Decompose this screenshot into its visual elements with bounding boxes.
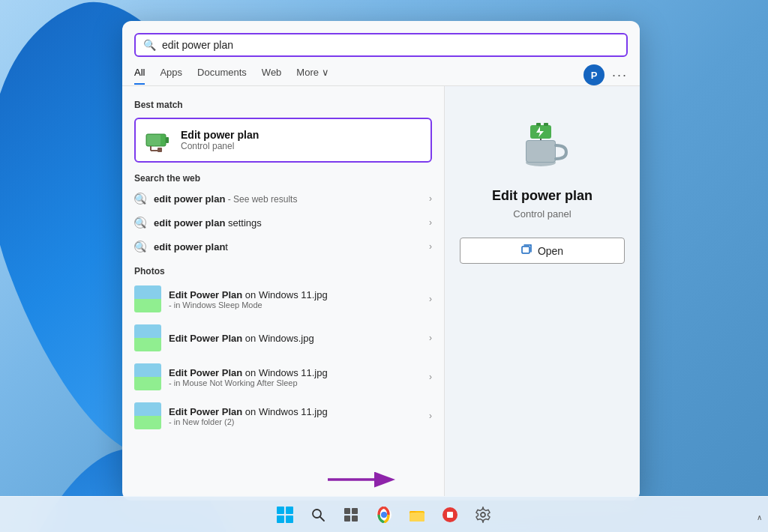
content-area: Best match bbox=[122, 86, 640, 501]
svg-rect-20 bbox=[344, 508, 350, 514]
tab-web[interactable]: Web bbox=[262, 67, 282, 84]
web-search-item-2[interactable]: 🔍 edit power plant › bbox=[122, 235, 444, 259]
best-match-subtitle: Control panel bbox=[181, 141, 259, 151]
photo-info-1: Edit Power Plan on Windows.jpg bbox=[169, 333, 422, 344]
photo-item-2[interactable]: Edit Power Plan on Windows 11.jpg - in M… bbox=[122, 357, 444, 396]
detail-app-icon bbox=[512, 116, 572, 176]
svg-rect-23 bbox=[352, 516, 358, 522]
web-search-icon-0: 🔍 bbox=[134, 193, 146, 205]
more-options-button[interactable]: ··· bbox=[612, 67, 628, 83]
photo-thumb-3 bbox=[134, 402, 161, 429]
left-panel: Best match bbox=[122, 86, 444, 501]
web-search-text-1: edit power plan settings bbox=[154, 217, 422, 229]
best-match-app-icon bbox=[145, 127, 172, 154]
search-bar[interactable]: 🔍 edit power plan bbox=[134, 33, 628, 57]
photos-label: Photos bbox=[122, 259, 444, 279]
task-view-button[interactable] bbox=[336, 500, 366, 530]
detail-subtitle: Control panel bbox=[513, 208, 571, 220]
tab-all[interactable]: All bbox=[134, 67, 145, 84]
tabs-right-area: P ··· bbox=[584, 64, 628, 85]
stop-icon bbox=[442, 507, 458, 523]
svg-rect-3 bbox=[147, 135, 160, 145]
tab-apps[interactable]: Apps bbox=[160, 67, 182, 84]
settings-icon bbox=[475, 507, 491, 523]
search-icon bbox=[310, 507, 326, 522]
web-search-chevron-0: › bbox=[429, 193, 432, 204]
web-search-icon-1: 🔍 bbox=[134, 217, 146, 229]
user-avatar[interactable]: P bbox=[584, 64, 604, 85]
photo-title-2: Edit Power Plan on Windows 11.jpg bbox=[169, 367, 422, 378]
svg-point-31 bbox=[481, 513, 485, 517]
best-match-item[interactable]: Edit power plan Control panel bbox=[134, 118, 432, 163]
chrome-button[interactable] bbox=[369, 500, 399, 530]
chrome-icon bbox=[376, 507, 392, 523]
windows-logo-icon bbox=[277, 507, 293, 523]
photo-info-2: Edit Power Plan on Windows 11.jpg - in M… bbox=[169, 367, 422, 387]
svg-rect-28 bbox=[410, 513, 424, 522]
search-icon: 🔍 bbox=[143, 39, 156, 51]
best-match-title: Edit power plan bbox=[181, 129, 259, 141]
search-input-value: edit power plan bbox=[162, 39, 619, 51]
taskbar-icons bbox=[270, 500, 498, 530]
photo-item-3[interactable]: Edit Power Plan on Windwos 11.jpg - in N… bbox=[122, 396, 444, 435]
photo-thumb-1 bbox=[134, 324, 161, 351]
photo-sub-2: - in Mouse Not Working After Sleep bbox=[169, 378, 422, 387]
svg-point-26 bbox=[382, 512, 387, 517]
svg-point-18 bbox=[313, 510, 321, 518]
web-search-item-0[interactable]: 🔍 edit power plan - See web results › bbox=[122, 187, 444, 211]
photo-thumb-0 bbox=[134, 285, 161, 312]
photo-item-1[interactable]: Edit Power Plan on Windows.jpg › bbox=[122, 318, 444, 357]
photo-sub-3: - in New folder (2) bbox=[169, 417, 422, 426]
web-search-icon-2: 🔍 bbox=[134, 241, 146, 253]
detail-panel: Edit power plan Control panel Open bbox=[444, 86, 640, 501]
photo-info-0: Edit Power Plan on Windows 11.jpg - in W… bbox=[169, 289, 422, 309]
photo-title-3: Edit Power Plan on Windwos 11.jpg bbox=[169, 406, 422, 417]
web-search-label: Search the web bbox=[122, 166, 444, 187]
best-match-info: Edit power plan Control panel bbox=[181, 129, 259, 151]
svg-rect-11 bbox=[536, 123, 541, 126]
web-search-text-0: edit power plan - See web results bbox=[154, 193, 422, 205]
open-button-label: Open bbox=[538, 245, 563, 257]
photo-chevron-0: › bbox=[429, 294, 432, 304]
photo-sub-0: - in Windows Sleep Mode bbox=[169, 300, 422, 309]
open-button[interactable]: Open bbox=[460, 238, 625, 264]
tabs-bar: All Apps Documents Web More ∨ P ··· bbox=[122, 57, 640, 86]
photo-info-3: Edit Power Plan on Windwos 11.jpg - in N… bbox=[169, 406, 422, 426]
web-search-item-1[interactable]: 🔍 edit power plan settings › bbox=[122, 211, 444, 235]
start-button[interactable] bbox=[270, 500, 300, 530]
photo-chevron-2: › bbox=[429, 372, 432, 382]
search-popup: 🔍 edit power plan All Apps Documents Web… bbox=[122, 21, 640, 501]
open-icon bbox=[521, 244, 532, 257]
web-search-chevron-2: › bbox=[429, 241, 432, 252]
photo-title-0: Edit Power Plan on Windows 11.jpg bbox=[169, 289, 422, 300]
photo-title-1: Edit Power Plan on Windows.jpg bbox=[169, 333, 422, 344]
svg-rect-12 bbox=[544, 123, 548, 126]
file-explorer-icon bbox=[409, 507, 425, 523]
taskbar: ∧ bbox=[0, 496, 768, 532]
tab-more[interactable]: More ∨ bbox=[296, 67, 328, 84]
photo-thumb-2 bbox=[134, 363, 161, 390]
svg-rect-6 bbox=[158, 148, 162, 152]
svg-rect-30 bbox=[447, 512, 453, 518]
taskbar-arrow bbox=[324, 467, 399, 493]
photo-chevron-1: › bbox=[429, 333, 432, 343]
svg-rect-1 bbox=[166, 137, 169, 143]
file-explorer-button[interactable] bbox=[402, 500, 432, 530]
taskbar-app6-button[interactable] bbox=[435, 500, 465, 530]
svg-rect-15 bbox=[522, 247, 530, 253]
web-search-chevron-1: › bbox=[429, 217, 432, 228]
svg-rect-22 bbox=[344, 516, 350, 522]
svg-rect-21 bbox=[352, 508, 358, 514]
svg-rect-9 bbox=[526, 141, 555, 162]
tab-documents[interactable]: Documents bbox=[197, 67, 247, 84]
photo-chevron-3: › bbox=[429, 411, 432, 421]
task-view-icon bbox=[344, 507, 358, 522]
system-tray-expand[interactable]: ∧ bbox=[757, 513, 762, 522]
best-match-label: Best match bbox=[122, 95, 444, 115]
taskbar-search-button[interactable] bbox=[303, 500, 333, 530]
detail-title: Edit power plan bbox=[492, 188, 592, 204]
settings-button[interactable] bbox=[468, 500, 498, 530]
web-search-text-2: edit power plant bbox=[154, 241, 422, 253]
photo-item-0[interactable]: Edit Power Plan on Windows 11.jpg - in W… bbox=[122, 279, 444, 318]
svg-line-19 bbox=[320, 517, 324, 521]
